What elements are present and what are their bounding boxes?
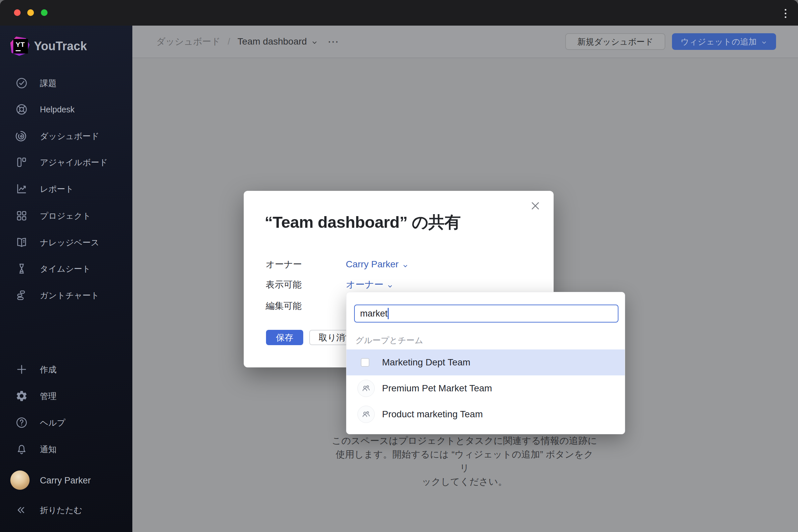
- sidebar-item-notifications[interactable]: 通知: [0, 439, 132, 459]
- save-button[interactable]: 保存: [266, 330, 303, 345]
- close-icon[interactable]: [529, 200, 542, 212]
- chevron-down-icon: [402, 261, 408, 268]
- sidebar-item-issues[interactable]: 課題: [0, 73, 132, 93]
- list-item-product-marketing-team[interactable]: Product marketing Team: [346, 401, 625, 427]
- user-name: Carry Parker: [40, 475, 91, 486]
- kebab-vertical-icon[interactable]: [781, 7, 790, 20]
- sidebar-item-label: ダッシュボード: [40, 131, 99, 141]
- sidebar-item-help[interactable]: ヘルプ: [0, 413, 132, 433]
- can-view-field-label: 表示可能: [266, 279, 302, 291]
- sidebar-item-label: 課題: [40, 78, 57, 89]
- chevron-down-icon: [761, 38, 767, 45]
- window-titlebar: [0, 0, 798, 25]
- sidebar-item-timesheets[interactable]: タイムシート: [0, 259, 132, 279]
- avatar: [10, 471, 30, 490]
- gear-icon: [15, 390, 28, 402]
- sidebar-item-label: レポート: [40, 184, 74, 194]
- sidebar-item-projects[interactable]: プロジェクト: [0, 206, 132, 226]
- can-view-field-row: 表示可能 オーナー: [244, 278, 554, 291]
- app-title: YouTrack: [34, 39, 87, 53]
- list-item-premium-pet-market-team[interactable]: Premium Pet Market Team: [346, 375, 625, 401]
- sidebar-item-label: ガントチャート: [40, 290, 99, 301]
- can-edit-field-label: 編集可能: [266, 300, 302, 312]
- sidebar-item-label: ヘルプ: [40, 417, 65, 428]
- help-circle-icon: [15, 416, 28, 429]
- window-close-button[interactable]: [14, 9, 21, 16]
- sidebar-item-label: 折りたたむ: [40, 505, 82, 516]
- logo-badge-text: YT: [16, 41, 25, 49]
- knowledge-base-book-icon: [15, 236, 28, 249]
- chevron-down-icon: [387, 281, 393, 288]
- sidebar-collapse-button[interactable]: 折りたたむ: [0, 500, 132, 520]
- sidebar-item-dashboards[interactable]: ダッシュボード: [0, 126, 132, 146]
- list-item-marketing-dept-team[interactable]: Marketing Dept Team: [346, 349, 625, 375]
- agile-board-icon: [15, 156, 28, 169]
- sidebar-item-label: ナレッジベース: [40, 237, 99, 248]
- window-zoom-button[interactable]: [41, 9, 48, 16]
- sidebar-item-knowledge-base[interactable]: ナレッジベース: [0, 232, 132, 252]
- text-caret: [388, 308, 389, 319]
- add-widget-button[interactable]: ウィジェットの追加: [672, 33, 776, 50]
- checkbox[interactable]: [361, 358, 369, 367]
- dashboard-gauge-icon: [15, 130, 28, 142]
- breadcrumb-separator: /: [228, 37, 230, 47]
- visibility-selector-dropdown: グループとチーム Marketing Dept Team Premium Pet…: [346, 292, 625, 434]
- collapse-chevrons-icon: [15, 505, 26, 516]
- sidebar-item-label: タイムシート: [40, 263, 91, 274]
- breadcrumb-current-dashboard[interactable]: Team dashboard: [238, 36, 318, 47]
- sidebar-item-label: 管理: [40, 391, 57, 402]
- issues-check-circle-icon: [15, 77, 28, 90]
- gantt-chart-icon: [15, 289, 28, 302]
- sidebar-item-label: アジャイルボード: [40, 157, 108, 168]
- sidebar-item-gantt-charts[interactable]: ガントチャート: [0, 285, 132, 305]
- can-view-value-dropdown[interactable]: オーナー: [346, 278, 393, 291]
- sidebar-item-agile-boards[interactable]: アジャイルボード: [0, 152, 132, 172]
- sidebar-item-administration[interactable]: 管理: [0, 386, 132, 406]
- sidebar-item-label: Helpdesk: [40, 105, 75, 114]
- group-people-icon: [358, 380, 375, 397]
- header-actions: 新規ダッシュボード ウィジェットの追加: [565, 33, 776, 50]
- empty-dashboard-hint: このスペースはプロジェクトとタスクに関連する情報の追跡に 使用します。開始するに…: [331, 434, 597, 489]
- dialog-title: “Team dashboard” の共有: [265, 211, 460, 233]
- projects-grid-icon: [15, 209, 28, 222]
- sidebar-item-helpdesk[interactable]: Helpdesk: [0, 99, 132, 119]
- groups-and-teams-section-label: グループとチーム: [356, 335, 423, 346]
- owner-value-dropdown[interactable]: Carry Parker: [346, 259, 408, 270]
- window-minimize-button[interactable]: [27, 9, 34, 16]
- sidebar-item-create[interactable]: 作成: [0, 359, 132, 379]
- chevron-down-icon: [311, 38, 318, 45]
- report-chart-icon: [15, 183, 28, 195]
- search-input[interactable]: [354, 305, 619, 323]
- owner-field-row: オーナー Carry Parker: [244, 258, 554, 271]
- new-dashboard-button[interactable]: 新規ダッシュボード: [565, 33, 665, 50]
- youtrack-logo-icon[interactable]: YT: [10, 37, 30, 56]
- sidebar-user-profile[interactable]: Carry Parker: [0, 461, 132, 499]
- app-window: YT YouTrack 課題 Helpdesk ダッシュボード アジャイルボード…: [0, 0, 798, 532]
- helpdesk-lifebuoy-icon: [15, 103, 28, 116]
- group-people-icon: [358, 406, 375, 423]
- bell-icon: [15, 443, 28, 456]
- timesheet-hourglass-icon: [15, 262, 28, 275]
- sidebar: YT YouTrack 課題 Helpdesk ダッシュボード アジャイルボード…: [0, 25, 132, 532]
- breadcrumb-dashboards[interactable]: ダッシュボード: [156, 36, 221, 48]
- sidebar-item-reports[interactable]: レポート: [0, 179, 132, 199]
- page-header: ダッシュボード / Team dashboard ⋯ 新規ダッシュボード ウィジ…: [132, 25, 798, 58]
- plus-icon: [15, 363, 28, 376]
- sidebar-item-label: 通知: [40, 444, 57, 455]
- sidebar-item-label: プロジェクト: [40, 210, 91, 222]
- breadcrumb: ダッシュボード / Team dashboard ⋯: [156, 25, 339, 58]
- breadcrumb-current-label: Team dashboard: [238, 36, 307, 47]
- owner-field-label: オーナー: [266, 258, 302, 270]
- sidebar-item-label: 作成: [40, 364, 57, 375]
